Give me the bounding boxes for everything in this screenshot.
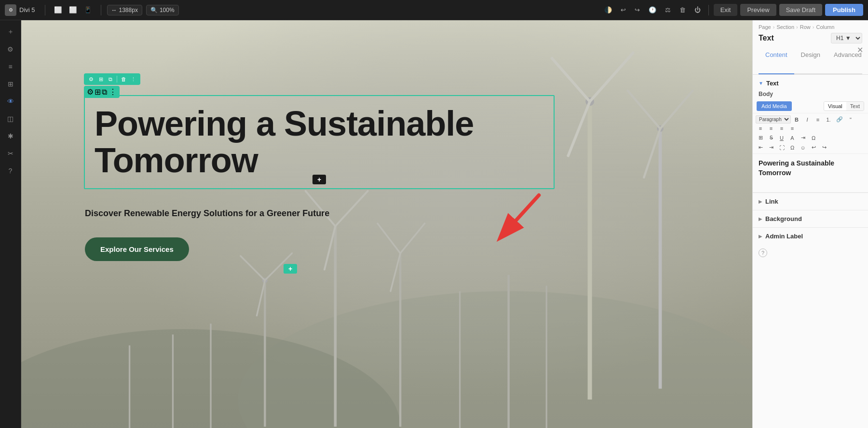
eye-icon[interactable]: 👁 (3, 94, 18, 109)
link-btn[interactable]: 🔗 (834, 115, 845, 124)
quote-btn[interactable]: " (846, 116, 855, 124)
width-display[interactable]: ↔ 1388px (107, 5, 142, 15)
mobile-view-btn[interactable]: 📱 (81, 4, 95, 15)
undo-editor-btn[interactable]: ↩ (809, 143, 818, 152)
separator-2 (101, 5, 101, 15)
background-accordion-header[interactable]: ▶ Background (753, 210, 868, 227)
indent-btn[interactable]: ⇥ (798, 134, 808, 142)
row-duplicate-icon[interactable]: ⧉ (102, 88, 107, 97)
add-module-icon[interactable]: ＋ (3, 24, 18, 40)
list-btn[interactable]: ≡ (813, 116, 823, 124)
link-accordion-header[interactable]: ▶ Link (753, 193, 868, 210)
text-tab[interactable]: Text (846, 102, 864, 110)
row-toolbar[interactable]: ⚙ ⊞ ⧉ ⋮ (84, 86, 120, 98)
power-btn[interactable]: ⏻ (692, 4, 704, 15)
add-element-button[interactable]: + (312, 175, 326, 184)
align-center-btn[interactable]: ≡ (766, 124, 776, 132)
fullscreen-btn[interactable]: ⛶ (777, 144, 787, 152)
history-btn[interactable]: 🕐 (646, 4, 659, 15)
underline-btn[interactable]: U (777, 134, 787, 142)
align-justify-btn[interactable]: ≡ (787, 124, 797, 132)
row-more-icon[interactable]: ⋮ (109, 87, 117, 97)
zoom-display[interactable]: 🔍 100% (146, 5, 179, 15)
paragraph-select[interactable]: Paragraph (756, 115, 791, 124)
layers-icon[interactable]: ≡ (3, 59, 18, 74)
shapes-icon[interactable]: ✱ (3, 128, 18, 144)
canvas-area: ⚙ ⊞ ⧉ 🗑 ⋮ ⚙ ⊞ ⧉ ⋮ Powering a Sustainable… (21, 20, 752, 428)
toolbar-separator (117, 76, 117, 83)
breadcrumb-section[interactable]: Section (776, 24, 794, 30)
align-right-btn[interactable]: ≡ (777, 124, 787, 132)
hero-cta-button[interactable]: Explore Our Services (85, 237, 189, 261)
row-columns-icon[interactable]: ⊞ (95, 87, 101, 97)
width-value: 1388px (119, 7, 138, 14)
admin-label-accordion[interactable]: ▶ Admin Label (753, 227, 868, 245)
panel-tabs: Content Design Advanced ▸ ✕ (759, 47, 862, 74)
breadcrumb-row[interactable]: Row (800, 24, 811, 30)
sun-moon-toggle[interactable]: 🌓 (601, 4, 615, 15)
row-settings-icon[interactable]: ⚙ (87, 87, 94, 97)
trash-btn[interactable]: 🗑 (677, 4, 689, 15)
redo-editor-btn[interactable]: ↪ (819, 143, 829, 152)
heading-type-select[interactable]: H1 ▼ (831, 33, 862, 43)
panel-body: ▼ Text Body Add Media Visual Text Paragr… (753, 75, 868, 428)
special-chars-2-btn[interactable]: Ω (787, 144, 797, 152)
editor-content-area[interactable]: Powering a Sustainable Tomorrow (753, 154, 868, 193)
publish-button[interactable]: Publish (825, 4, 863, 16)
section-more-icon[interactable]: ⋮ (129, 75, 137, 83)
hero-heading: Powering a Sustainable Tomorrow (95, 106, 544, 179)
search-sidebar-icon[interactable]: ✂ (3, 146, 18, 161)
section-duplicate-icon[interactable]: ⧉ (106, 75, 115, 83)
link-accordion[interactable]: ▶ Link (753, 193, 868, 210)
align-left-btn[interactable]: ≡ (756, 124, 765, 132)
text-color-btn[interactable]: A (787, 134, 797, 142)
modules-icon[interactable]: ◫ (3, 111, 18, 126)
add-media-button[interactable]: Add Media (757, 101, 792, 111)
add-row-button[interactable]: + (284, 264, 297, 274)
ordered-list-btn[interactable]: 1. (824, 116, 833, 124)
undo-btn[interactable]: ↩ (618, 4, 629, 15)
save-draft-button[interactable]: Save Draft (779, 4, 822, 16)
background-accordion-label: Background (765, 215, 802, 222)
visual-tab[interactable]: Visual (824, 102, 846, 110)
settings-btn[interactable]: ⚖ (662, 4, 674, 15)
redo-btn[interactable]: ↪ (632, 4, 643, 15)
desktop-view-btn[interactable]: ⬜ (51, 4, 65, 15)
italic-btn[interactable]: I (802, 116, 812, 124)
help-icon[interactable]: ? (3, 163, 18, 179)
layout-icon[interactable]: ⊞ (3, 76, 18, 92)
text-section-header[interactable]: ▼ Text (753, 75, 868, 90)
admin-label-accordion-header[interactable]: ▶ Admin Label (753, 228, 868, 245)
section-toolbar[interactable]: ⚙ ⊞ ⧉ 🗑 ⋮ (84, 73, 140, 85)
preview-button[interactable]: Preview (740, 4, 776, 16)
right-panel: Page › Section › Row › Column ✕ Text H1 … (752, 20, 868, 428)
indent-left-btn[interactable]: ⇤ (756, 143, 765, 152)
table-btn[interactable]: ⊞ (756, 134, 765, 142)
section-delete-icon[interactable]: 🗑 (119, 75, 128, 83)
breadcrumb-column[interactable]: Column (816, 24, 834, 30)
text-module-selected[interactable]: Powering a Sustainable Tomorrow + (84, 95, 555, 189)
tab-design[interactable]: Design (794, 47, 827, 74)
breadcrumb-page[interactable]: Page (759, 24, 771, 30)
tablet-view-btn[interactable]: ⬜ (66, 4, 80, 15)
section-settings-icon[interactable]: ⚙ (87, 75, 95, 83)
special-chars-btn[interactable]: Ω (809, 134, 818, 142)
settings-icon[interactable]: ⚙ (3, 41, 18, 57)
panel-close-button[interactable]: ✕ (857, 45, 863, 55)
zoom-value: 100% (160, 7, 175, 14)
panel-header: Page › Section › Row › Column ✕ Text H1 … (753, 20, 868, 75)
bold-btn[interactable]: B (792, 116, 801, 124)
tab-content[interactable]: Content (759, 47, 794, 74)
app-title: Divi 5 (19, 6, 35, 14)
help-circle-icon[interactable]: ? (759, 249, 767, 257)
emoji-btn[interactable]: ☺ (798, 144, 808, 152)
exit-button[interactable]: Exit (714, 4, 738, 16)
editor-toolbar: Paragraph B I ≡ 1. 🔗 " ≡ ≡ ≡ ≡ ⊞ S̶ U (753, 113, 868, 154)
background-accordion[interactable]: ▶ Background (753, 210, 868, 227)
indent-right-btn[interactable]: ⇥ (766, 143, 776, 152)
link-arrow-icon: ▶ (759, 199, 762, 204)
strikethrough-btn[interactable]: S̶ (766, 134, 776, 142)
breadcrumb: Page › Section › Row › Column (759, 24, 862, 30)
search-icon: 🔍 (150, 7, 158, 14)
section-columns-icon[interactable]: ⊞ (96, 75, 105, 83)
